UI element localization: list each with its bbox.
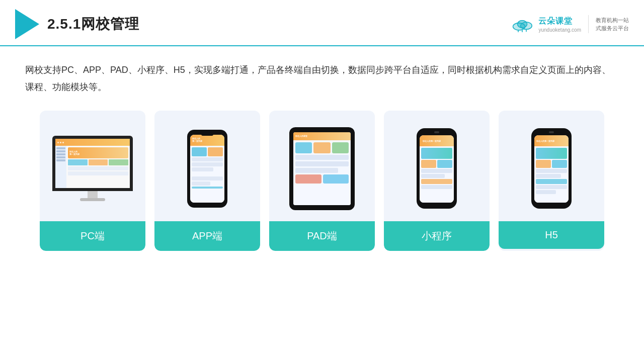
brand-domain: yunduoketang.com xyxy=(538,27,581,33)
cloud-icon xyxy=(510,16,534,32)
cards-container: 职达人的第一堂判课 xyxy=(25,111,619,251)
h5-label: H5 xyxy=(499,221,604,249)
h5-phone-screen: 职达人的第一堂判课 xyxy=(534,135,569,203)
monitor-base xyxy=(80,198,105,201)
mini-phone-content xyxy=(420,146,454,203)
device-card-app: 职达人的第一堂判课 xyxy=(154,111,260,251)
monitor-dot-2 xyxy=(60,142,61,143)
brand-slogan: 教育机构一站 式服务云平台 xyxy=(596,16,629,33)
pad-label: PAD端 xyxy=(269,221,375,251)
pc-label: PC端 xyxy=(40,221,145,251)
monitor-wrapper: 职达人的第一堂判课 xyxy=(52,136,133,201)
pc-image-area: 职达人的第一堂判课 xyxy=(40,111,145,221)
app-label: APP端 xyxy=(154,221,260,251)
h5-phone-camera xyxy=(549,131,554,133)
monitor-main: 职达人的第一堂判课 xyxy=(66,146,130,188)
h5-phone-top: 职达人的第一堂判课 xyxy=(534,135,569,146)
brand-logo-area: 云朵课堂 yunduoketang.com 教育机构一站 式服务云平台 xyxy=(510,15,629,33)
miniprogram-label: 小程序 xyxy=(384,221,490,251)
header: 2.5.1网校管理 云朵课堂 yunduoketang.com 教育机构一站 式… xyxy=(0,0,644,46)
tablet-top: 职达人的课堂 xyxy=(293,132,351,140)
tablet-wrapper: 职达人的课堂 xyxy=(289,127,355,210)
monitor-dot-3 xyxy=(62,142,64,143)
brand-name: 云朵课堂 xyxy=(538,16,573,27)
header-left: 2.5.1网校管理 xyxy=(15,9,139,39)
device-card-pc: 职达人的第一堂判课 xyxy=(40,111,145,251)
phone-top: 职达人的第一堂判课 xyxy=(190,135,224,146)
tablet-content xyxy=(293,140,351,205)
device-card-h5: 职达人的第一堂判课 xyxy=(499,111,604,251)
logo-triangle-icon xyxy=(15,9,39,39)
mini-phone-screen: 职达人的第一堂判课 xyxy=(420,135,454,203)
monitor-screen: 职达人的第一堂判课 xyxy=(55,139,130,188)
monitor-cards-row xyxy=(68,159,128,165)
main-content: 网校支持PC、APP、PAD、小程序、H5，实现多端打通，产品各终端自由切换，数… xyxy=(0,46,644,261)
pad-image-area: 职达人的课堂 xyxy=(269,111,375,221)
monitor-sidebar xyxy=(55,146,66,188)
monitor-top-bar xyxy=(55,139,130,146)
mini-phone-wrapper: 职达人的第一堂判课 xyxy=(417,128,457,209)
h5-image-area: 职达人的第一堂判课 xyxy=(499,111,604,221)
monitor-body: 职达人的第一堂判课 xyxy=(55,146,130,188)
monitor-dot-1 xyxy=(57,142,59,143)
phone-wrapper: 职达人的第一堂判课 xyxy=(187,130,227,208)
h5-phone-outer: 职达人的第一堂判课 xyxy=(531,128,572,209)
monitor-banner: 职达人的第一堂判课 xyxy=(68,147,128,158)
mini-image-area: 职达人的第一堂判课 xyxy=(384,111,490,221)
h5-phone-content xyxy=(534,146,569,203)
monitor-stand xyxy=(88,191,98,198)
divider xyxy=(588,15,589,33)
device-card-pad: 职达人的课堂 xyxy=(269,111,375,251)
mini-phone-outer: 职达人的第一堂判课 xyxy=(417,128,457,209)
phone-notch xyxy=(201,133,213,136)
mini-phone-camera xyxy=(434,131,439,133)
device-card-miniprogram: 职达人的第一堂判课 xyxy=(384,111,490,251)
page-title: 2.5.1网校管理 xyxy=(47,15,139,34)
monitor-banner-text: 职达人的第一堂判课 xyxy=(69,150,79,155)
h5-phone-wrapper: 职达人的第一堂判课 xyxy=(531,128,572,209)
monitor-outer: 职达人的第一堂判课 xyxy=(52,136,133,191)
tablet-screen: 职达人的课堂 xyxy=(293,132,351,205)
phone-screen: 职达人的第一堂判课 xyxy=(190,135,224,203)
brand-text: 云朵课堂 yunduoketang.com xyxy=(538,16,581,33)
tablet-outer: 职达人的课堂 xyxy=(289,127,355,210)
phone-outer: 职达人的第一堂判课 xyxy=(187,130,227,208)
description-text: 网校支持PC、APP、PAD、小程序、H5，实现多端打通，产品各终端自由切换，数… xyxy=(25,61,619,96)
phone-content xyxy=(190,146,224,203)
header-right: 云朵课堂 yunduoketang.com 教育机构一站 式服务云平台 xyxy=(510,15,629,33)
app-image-area: 职达人的第一堂判课 xyxy=(154,111,260,221)
mini-phone-top: 职达人的第一堂判课 xyxy=(420,135,454,146)
